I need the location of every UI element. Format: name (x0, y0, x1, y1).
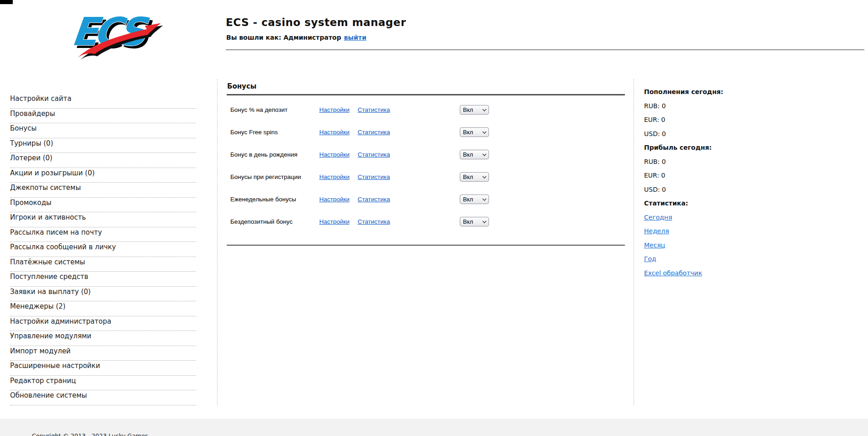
bonus-state-select[interactable]: Вкл (460, 127, 489, 137)
stats-month-link[interactable]: Месяц (644, 241, 845, 249)
main-right-divider (634, 79, 634, 405)
bonuses-panel: Бонусы Бонус % на депозит Настройки Стат… (227, 82, 625, 246)
bonus-state-select-wrap: Вкл (460, 217, 489, 226)
deposits-today-heading: Пополнения сегодня: (644, 88, 845, 96)
bonus-statistics-link[interactable]: Статистика (358, 151, 390, 158)
profit-value: RUB: 0 (644, 158, 845, 166)
bonus-state-select-wrap: Вкл (460, 172, 489, 182)
bonus-settings-link[interactable]: Настройки (319, 173, 349, 180)
bonus-row: Еженедельные бонусы Настройки Статистика… (227, 188, 625, 210)
bonus-label: Бездепозитный бонус (227, 218, 316, 225)
bonus-row: Бонус % на депозит Настройки Статистика … (227, 99, 625, 121)
stats-week-link[interactable]: Неделя (644, 227, 845, 235)
profit-value: EUR: 0 (644, 171, 845, 179)
stats-month-link[interactable]: Месяц (644, 241, 665, 249)
bonus-state-select-wrap: Вкл (460, 105, 489, 115)
bonus-label: Бонус % на депозит (227, 106, 316, 113)
bonus-settings-link[interactable]: Настройки (319, 106, 349, 113)
sidebar-item[interactable]: Бонусы (10, 123, 196, 138)
sidebar-item[interactable]: Лотереи (0) (10, 153, 196, 168)
sidebar-item[interactable]: Турниры (0) (10, 138, 196, 153)
copyright-text: Copyright © 2013 - 2023 Lucky Games (32, 432, 148, 436)
sidebar-item[interactable]: Настройки администратора (10, 316, 196, 331)
sidebar-item[interactable]: Настройки сайта (10, 94, 196, 109)
stats-today-link[interactable]: Сегодня (644, 213, 845, 221)
bonus-state-select[interactable]: Вкл (460, 217, 489, 226)
deposit-value: EUR: 0 (644, 116, 845, 124)
bonus-label: Бонусы при регистрации (227, 173, 316, 180)
sidebar-item[interactable]: Платёжные системы (10, 257, 196, 272)
bonus-row: Бездепозитный бонус Настройки Статистика… (227, 210, 625, 233)
sidebar-item[interactable]: Менеджеры (2) (10, 301, 196, 316)
profit-today-heading: Прибыль сегодня: (644, 143, 845, 152)
profit-value: USD: 0 (644, 185, 845, 194)
bonus-state-select[interactable]: Вкл (460, 194, 489, 204)
sidebar-item[interactable]: Игроки и активность (10, 212, 196, 227)
sidebar-item[interactable]: Обновление системы (10, 390, 196, 405)
login-status: Вы вошли как: Администраторвыйти (226, 34, 366, 41)
bonuses-heading: Бонусы (227, 82, 625, 90)
sidebar-item[interactable]: Импорт модулей (10, 346, 196, 361)
bonus-row: Бонус Free spins Настройки Статистика Вк… (227, 121, 625, 143)
stats-excel-link[interactable]: Excel обработчик (644, 269, 702, 277)
bonus-state-select[interactable]: Вкл (460, 150, 489, 159)
bonus-row: Бонусы при регистрации Настройки Статист… (227, 166, 625, 188)
sidebar-item[interactable]: Редактор страниц (10, 376, 196, 391)
bonuses-bottom-divider (227, 245, 625, 246)
sidebar-menu: Настройки сайтаПровайдерыБонусыТурниры (… (10, 94, 196, 405)
sidebar-item[interactable]: Джекпоты системы (10, 183, 196, 198)
bonus-label: Бонус Free spins (227, 129, 316, 136)
sidebar-item[interactable]: Акции и розыгрыши (0) (10, 168, 196, 183)
bonus-state-select[interactable]: Вкл (460, 105, 489, 115)
page-footer: Copyright © 2013 - 2023 Lucky Games (0, 419, 868, 436)
sidebar-item[interactable]: Провайдеры (10, 109, 196, 124)
stats-year-link[interactable]: Год (644, 255, 656, 263)
stats-week-link[interactable]: Неделя (644, 227, 669, 235)
stats-excel-link[interactable]: Excel обработчик (644, 269, 845, 277)
sidebar-item[interactable]: Рассылка писем на почту (10, 227, 196, 242)
stats-today-link[interactable]: Сегодня (644, 213, 672, 221)
sidebar-item[interactable]: Заявки на выплату (0) (10, 287, 196, 302)
bonus-state-select-wrap: Вкл (460, 127, 489, 137)
bonus-settings-link[interactable]: Настройки (319, 196, 349, 203)
bonus-statistics-link[interactable]: Статистика (358, 218, 390, 225)
bonus-statistics-link[interactable]: Статистика (358, 106, 390, 113)
deposit-value: USD: 0 (644, 130, 845, 138)
bonus-state-select-wrap: Вкл (460, 194, 489, 204)
ecs-logo: ECS ECS (63, 5, 164, 62)
bonus-statistics-link[interactable]: Статистика (358, 173, 390, 180)
header-divider (226, 49, 864, 50)
bonus-label: Еженедельные бонусы (227, 196, 316, 203)
corner-artifact (0, 0, 13, 4)
sidebar-item[interactable]: Поступление средств (10, 272, 196, 287)
today-stats-panel: Пополнения сегодня:RUB: 0EUR: 0USD: 0При… (644, 88, 845, 283)
sidebar-item[interactable]: Управление модулями (10, 331, 196, 346)
bonus-state-select-wrap: Вкл (460, 150, 489, 159)
bonus-label: Бонус в день рождения (227, 151, 316, 158)
bonus-statistics-link[interactable]: Статистика (358, 129, 390, 136)
statistics-heading: Статистика: (644, 199, 845, 207)
sidebar-item[interactable]: Промокоды (10, 198, 196, 213)
sidebar-item[interactable]: Рассылка сообщений в личку (10, 242, 196, 257)
bonus-statistics-link[interactable]: Статистика (358, 196, 390, 203)
deposit-value: RUB: 0 (644, 102, 845, 110)
page-title: ECS - casino system manager (226, 16, 406, 28)
logout-link[interactable]: выйти (344, 34, 366, 41)
bonus-state-select[interactable]: Вкл (460, 172, 489, 182)
sidebar-main-divider (217, 79, 218, 405)
bonus-settings-link[interactable]: Настройки (319, 129, 349, 136)
sidebar-item[interactable]: Расширенные настройки (10, 361, 196, 376)
bonus-row: Бонус в день рождения Настройки Статисти… (227, 143, 625, 166)
bonus-settings-link[interactable]: Настройки (319, 218, 349, 225)
bonus-rows: Бонус % на депозит Настройки Статистика … (227, 95, 625, 233)
bonus-settings-link[interactable]: Настройки (319, 151, 349, 158)
login-status-text: Вы вошли как: Администратор (226, 34, 341, 41)
stats-year-link[interactable]: Год (644, 255, 845, 263)
